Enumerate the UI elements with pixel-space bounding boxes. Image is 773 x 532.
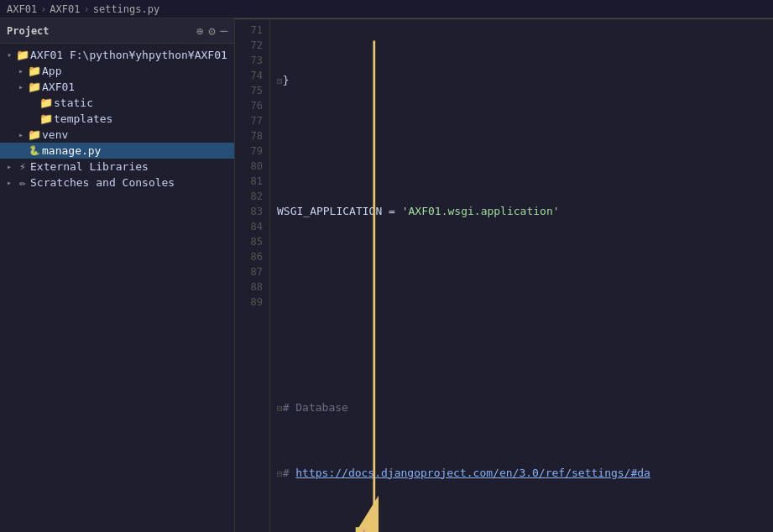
tree-item-ext-libs[interactable]: ⚡ External Libraries (0, 159, 234, 175)
sidebar-header: Project ⊕ ⚙ ─ (0, 18, 234, 44)
bc-part2: AXF01 (50, 3, 80, 15)
tree-label-axf01: AXF01 F:\python¥yhpython¥AXF01 (30, 49, 227, 61)
project-title: Project (7, 25, 50, 37)
arrow-axf01-sub (15, 82, 27, 91)
bc-part1: AXF01 (7, 3, 37, 15)
code-line-76: ⊟# Database (277, 399, 766, 416)
tree-label-static: static (54, 96, 93, 109)
folder-venv-icon: 📁 (27, 128, 42, 141)
code-line-72 (277, 138, 766, 154)
main-layout: Project ⊕ ⚙ ─ 📁 AXF01 F:\python¥yhpython… (0, 18, 773, 532)
tree-label-venv: venv (42, 128, 68, 141)
add-icon[interactable]: ⊕ (196, 24, 203, 38)
code-line-75 (277, 334, 766, 351)
arrow-axf01 (3, 50, 15, 60)
tree-label-ext-libs: External Libraries (30, 160, 149, 173)
tree-item-static[interactable]: 📁 static (0, 95, 234, 111)
tree-label-axf01-sub: AXF01 (42, 81, 75, 93)
breadcrumb: AXF01 › AXF01 › settings.py (7, 3, 159, 15)
folder-app-icon: 📁 (27, 65, 42, 77)
code-view[interactable]: 71 72 73 74 75 76 77 78 79 80 81 82 (235, 19, 773, 532)
line-numbers: 71 72 73 74 75 76 77 78 79 80 81 82 (235, 19, 270, 532)
sidebar-actions: ⊕ ⚙ ─ (196, 24, 227, 38)
arrow-ext-libs (3, 162, 15, 171)
code-line-74 (277, 269, 766, 285)
tree-item-venv[interactable]: 📁 venv (0, 127, 234, 143)
tree-item-templates[interactable]: 📁 templates (0, 111, 234, 127)
folder-static-icon: 📁 (39, 96, 54, 109)
editor-wrapper: 71 72 73 74 75 76 77 78 79 80 81 82 (235, 19, 773, 532)
bc-part3: settings.py (93, 3, 159, 15)
folder-templates-icon: 📁 (39, 112, 54, 125)
lib-icon: ⚡ (15, 160, 30, 173)
code-line-73: WSGI_APPLICATION = 'AXF01.wsgi.applicati… (277, 203, 766, 220)
tree-item-manage[interactable]: 🐍 manage.py (0, 143, 234, 159)
content-area: py settings.py ✕ 🐍 manage.py ✕ 🐍 urls.py… (235, 18, 773, 532)
app-window: AXF01 › AXF01 › settings.py Project ⊕ ⚙ … (0, 0, 773, 532)
breadcrumb-bar: AXF01 › AXF01 › settings.py (0, 0, 773, 18)
code-lines: ⊟} WSGI_APPLICATION = 'AXF01.wsgi.applic… (270, 19, 773, 532)
tree-label-app: App (42, 65, 61, 77)
arrow-app (15, 66, 27, 76)
arrow-scratches (3, 178, 15, 187)
tree-item-scratches[interactable]: ✏ Scratches and Consoles (0, 175, 234, 190)
minimize-icon[interactable]: ─ (221, 24, 227, 38)
code-line-71: ⊟} (277, 72, 766, 89)
editor-container: 71 72 73 74 75 76 77 78 79 80 81 82 (235, 19, 773, 532)
sidebar: Project ⊕ ⚙ ─ 📁 AXF01 F:\python¥yhpython… (0, 18, 235, 532)
folder-axf01-icon: 📁 (27, 81, 42, 93)
tree-item-app[interactable]: 📁 App (0, 63, 234, 79)
tree-item-axf01-root[interactable]: 📁 AXF01 F:\python¥yhpython¥AXF01 (0, 47, 234, 63)
scratches-icon: ✏ (15, 176, 30, 189)
gear-icon[interactable]: ⚙ (208, 24, 215, 38)
tree-label-templates: templates (54, 112, 112, 125)
py-manage-icon: 🐍 (27, 145, 42, 156)
tree-item-axf01-sub[interactable]: 📁 AXF01 (0, 79, 234, 95)
project-tree: 📁 AXF01 F:\python¥yhpython¥AXF01 📁 App 📁… (0, 44, 234, 532)
arrow-venv (15, 130, 27, 139)
folder-icon: 📁 (15, 49, 30, 61)
tree-label-manage: manage.py (42, 144, 101, 157)
tree-label-scratches: Scratches and Consoles (30, 176, 175, 189)
code-line-77: ⊟# https://docs.djangoproject.com/en/3.0… (277, 465, 766, 482)
